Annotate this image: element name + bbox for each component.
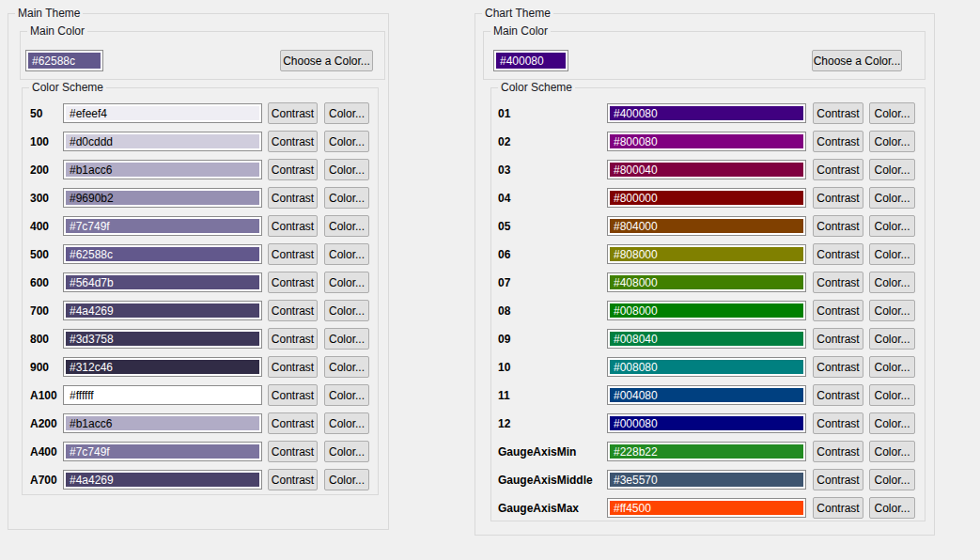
- color-button[interactable]: Color...: [869, 102, 915, 124]
- contrast-button[interactable]: Contrast: [813, 300, 863, 321]
- scheme-color-field[interactable]: #62588c: [63, 244, 262, 264]
- color-button[interactable]: Color...: [869, 243, 915, 265]
- contrast-button[interactable]: Contrast: [813, 215, 863, 237]
- color-button[interactable]: Color...: [869, 497, 915, 519]
- scheme-color-field[interactable]: #004080: [607, 385, 806, 405]
- scheme-color-field[interactable]: #808000: [607, 244, 806, 264]
- scheme-color-field[interactable]: #ff4500: [607, 498, 806, 518]
- contrast-button[interactable]: Contrast: [813, 384, 863, 406]
- contrast-button[interactable]: Contrast: [268, 412, 318, 434]
- scheme-color-field[interactable]: #b1acc6: [63, 160, 262, 179]
- scheme-color-field[interactable]: #228b22: [607, 442, 806, 461]
- color-button[interactable]: Color...: [869, 384, 915, 406]
- contrast-button[interactable]: Contrast: [813, 469, 863, 490]
- scheme-color-field[interactable]: #408000: [607, 272, 806, 292]
- contrast-button[interactable]: Contrast: [268, 272, 318, 293]
- color-button[interactable]: Color...: [324, 272, 369, 293]
- contrast-button[interactable]: Contrast: [813, 187, 863, 209]
- scheme-color-field[interactable]: #4a4269: [63, 470, 262, 490]
- color-button[interactable]: Color...: [324, 300, 369, 321]
- contrast-button[interactable]: Contrast: [813, 159, 863, 180]
- color-button[interactable]: Color...: [869, 441, 915, 462]
- color-button[interactable]: Color...: [324, 102, 369, 124]
- color-button[interactable]: Color...: [869, 328, 915, 350]
- color-button[interactable]: Color...: [324, 441, 369, 462]
- scheme-color-field[interactable]: #804000: [607, 216, 806, 236]
- scheme-color-field[interactable]: #ffffff: [63, 385, 262, 405]
- contrast-button[interactable]: Contrast: [813, 328, 863, 350]
- color-button[interactable]: Color...: [869, 131, 915, 152]
- contrast-button[interactable]: Contrast: [813, 356, 863, 378]
- contrast-button[interactable]: Contrast: [268, 469, 318, 490]
- color-button[interactable]: Color...: [869, 412, 915, 434]
- color-button[interactable]: Color...: [324, 384, 369, 406]
- color-button[interactable]: Color...: [869, 187, 915, 209]
- scheme-row-label: 400: [30, 215, 49, 237]
- color-button[interactable]: Color...: [869, 469, 915, 490]
- contrast-button[interactable]: Contrast: [813, 131, 863, 152]
- color-button[interactable]: Color...: [869, 272, 915, 293]
- color-button[interactable]: Color...: [869, 300, 915, 321]
- scheme-color-value: #004080: [614, 389, 658, 402]
- scheme-row-label: GaugeAxisMiddle: [498, 469, 593, 490]
- color-button[interactable]: Color...: [324, 356, 369, 378]
- scheme-row-label: 600: [30, 272, 49, 293]
- color-scheme-row: A200 #b1acc6 Contrast Color...: [23, 412, 378, 441]
- color-button[interactable]: Color...: [324, 187, 369, 209]
- scheme-color-field[interactable]: #800080: [607, 132, 806, 151]
- scheme-color-field[interactable]: #7c749f: [63, 216, 262, 236]
- color-button[interactable]: Color...: [324, 131, 369, 152]
- color-button[interactable]: Color...: [869, 159, 915, 180]
- scheme-color-field[interactable]: #800000: [607, 188, 806, 208]
- scheme-color-field[interactable]: #008080: [607, 357, 806, 377]
- scheme-color-field[interactable]: #312c46: [63, 357, 262, 377]
- scheme-color-fill: #b1acc6: [66, 163, 259, 177]
- scheme-color-field[interactable]: #9690b2: [63, 188, 262, 208]
- scheme-color-field[interactable]: #800040: [607, 160, 806, 179]
- color-scheme-group: Color Scheme 01 #400080 Contrast Color..…: [490, 87, 926, 521]
- color-button[interactable]: Color...: [869, 215, 915, 237]
- contrast-button[interactable]: Contrast: [813, 243, 863, 265]
- color-button[interactable]: Color...: [324, 243, 369, 265]
- color-button[interactable]: Color...: [324, 159, 369, 180]
- contrast-button[interactable]: Contrast: [268, 356, 318, 378]
- scheme-color-field[interactable]: #d0cddd: [63, 132, 262, 151]
- scheme-row-label: 300: [30, 187, 49, 209]
- contrast-button[interactable]: Contrast: [268, 243, 318, 265]
- contrast-button[interactable]: Contrast: [268, 131, 318, 152]
- choose-color-button[interactable]: Choose a Color...: [280, 50, 373, 71]
- scheme-row-label: GaugeAxisMax: [498, 497, 579, 519]
- scheme-color-value: #408000: [614, 276, 658, 289]
- scheme-color-field[interactable]: #b1acc6: [63, 413, 262, 433]
- scheme-color-field[interactable]: #efeef4: [63, 103, 262, 123]
- contrast-button[interactable]: Contrast: [268, 215, 318, 237]
- contrast-button[interactable]: Contrast: [268, 328, 318, 350]
- contrast-button[interactable]: Contrast: [268, 102, 318, 124]
- scheme-color-field[interactable]: #008000: [607, 301, 806, 320]
- contrast-button[interactable]: Contrast: [813, 102, 863, 124]
- scheme-color-field[interactable]: #3e5570: [607, 470, 806, 490]
- scheme-row-label: A200: [30, 412, 57, 434]
- color-button[interactable]: Color...: [324, 412, 369, 434]
- contrast-button[interactable]: Contrast: [268, 300, 318, 321]
- color-button[interactable]: Color...: [324, 215, 369, 237]
- scheme-color-field[interactable]: #7c749f: [63, 442, 262, 461]
- contrast-button[interactable]: Contrast: [268, 441, 318, 462]
- scheme-color-field[interactable]: #564d7b: [63, 272, 262, 292]
- scheme-color-field[interactable]: #4a4269: [63, 301, 262, 320]
- contrast-button[interactable]: Contrast: [813, 412, 863, 434]
- contrast-button[interactable]: Contrast: [268, 384, 318, 406]
- contrast-button[interactable]: Contrast: [813, 272, 863, 293]
- contrast-button[interactable]: Contrast: [268, 187, 318, 209]
- contrast-button[interactable]: Contrast: [268, 159, 318, 180]
- color-button[interactable]: Color...: [869, 356, 915, 378]
- scheme-color-field[interactable]: #3d3758: [63, 329, 262, 349]
- scheme-color-field[interactable]: #008040: [607, 329, 806, 349]
- color-button[interactable]: Color...: [324, 328, 369, 350]
- color-button[interactable]: Color...: [324, 469, 369, 490]
- choose-color-button[interactable]: Choose a Color...: [812, 50, 902, 71]
- contrast-button[interactable]: Contrast: [813, 441, 863, 462]
- scheme-color-field[interactable]: #400080: [607, 103, 806, 123]
- contrast-button[interactable]: Contrast: [813, 497, 863, 519]
- scheme-color-field[interactable]: #000080: [607, 413, 806, 433]
